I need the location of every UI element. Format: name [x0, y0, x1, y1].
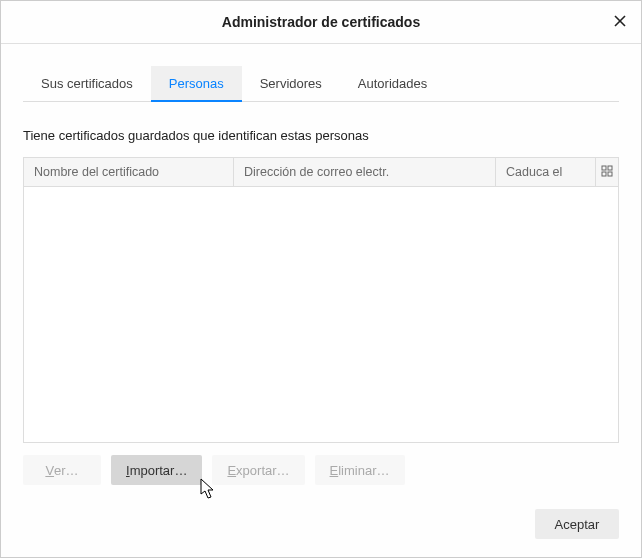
column-certificate-name[interactable]: Nombre del certificado	[24, 158, 234, 186]
dialog-footer: Aceptar	[1, 495, 641, 557]
svg-rect-3	[608, 166, 612, 170]
close-button[interactable]	[605, 7, 635, 37]
tab-bar: Sus certificados Personas Servidores Aut…	[23, 66, 619, 102]
content-area: Sus certificados Personas Servidores Aut…	[1, 44, 641, 495]
titlebar: Administrador de certificados	[1, 1, 641, 44]
certificates-table: Nombre del certificado Dirección de corr…	[23, 157, 619, 443]
column-email-address[interactable]: Dirección de correo electr.	[234, 158, 496, 186]
svg-rect-2	[602, 166, 606, 170]
delete-button[interactable]: Eliminar…	[315, 455, 405, 485]
tab-people[interactable]: Personas	[151, 66, 242, 101]
svg-rect-4	[602, 172, 606, 176]
tab-description: Tiene certificados guardados que identif…	[23, 128, 619, 143]
tab-authorities[interactable]: Autoridades	[340, 66, 445, 101]
svg-rect-5	[608, 172, 612, 176]
table-body-empty	[24, 187, 618, 442]
accept-button[interactable]: Aceptar	[535, 509, 619, 539]
table-header: Nombre del certificado Dirección de corr…	[24, 158, 618, 187]
column-expires[interactable]: Caduca el	[496, 158, 596, 186]
action-buttons: Ver… Importar… Exportar… Eliminar…	[23, 455, 619, 485]
export-button[interactable]: Exportar…	[212, 455, 304, 485]
import-button[interactable]: Importar…	[111, 455, 202, 485]
certificate-manager-window: Administrador de certificados Sus certif…	[0, 0, 642, 558]
column-picker-icon	[601, 165, 613, 180]
tab-your-certificates[interactable]: Sus certificados	[23, 66, 151, 101]
window-title: Administrador de certificados	[222, 14, 420, 30]
view-button[interactable]: Ver…	[23, 455, 101, 485]
tab-servers[interactable]: Servidores	[242, 66, 340, 101]
column-picker-button[interactable]	[596, 158, 618, 186]
close-icon	[614, 15, 626, 30]
